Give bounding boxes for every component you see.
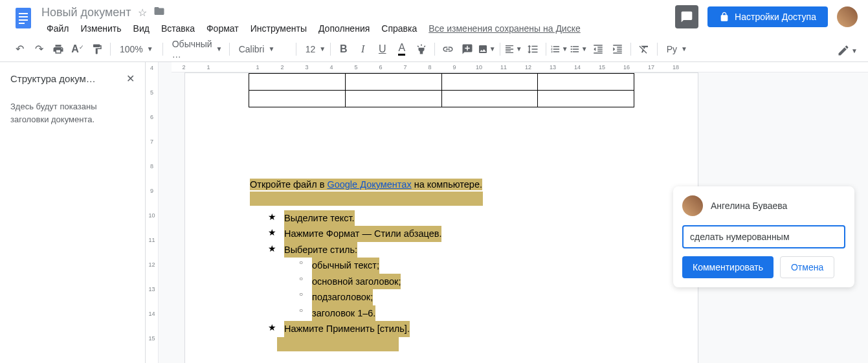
increase-indent-button[interactable] xyxy=(608,40,627,58)
outline-title: Структура докум… xyxy=(10,73,96,84)
comment-input[interactable] xyxy=(682,225,845,248)
comment-submit-button[interactable]: Комментировать xyxy=(682,256,773,278)
svg-rect-2 xyxy=(19,16,28,17)
saved-status[interactable]: Все изменения сохранены на Диске xyxy=(428,23,581,34)
document-content[interactable]: Откройте файл в Google Документах на ком… xyxy=(250,177,698,355)
numbered-list-button[interactable]: ▼ xyxy=(550,40,568,58)
table-row xyxy=(249,91,634,107)
google-docs-link[interactable]: Google Документах xyxy=(327,179,411,190)
print-button[interactable] xyxy=(49,40,67,58)
outline-hint: Здесь будут показаны заголовки документа… xyxy=(10,100,135,126)
list-item: обычный текст; xyxy=(312,258,379,273)
italic-button[interactable]: I xyxy=(354,40,372,58)
close-outline-button[interactable]: ✕ xyxy=(126,72,135,85)
menu-insert[interactable]: Вставка xyxy=(156,21,200,36)
open-comments-button[interactable] xyxy=(675,5,698,28)
circle-bullet-icon: ○ xyxy=(299,289,303,300)
menu-format[interactable]: Формат xyxy=(201,21,244,36)
bold-button[interactable]: B xyxy=(335,40,353,58)
star-bullet-icon: ★ xyxy=(268,321,276,335)
comment-avatar xyxy=(682,195,703,216)
menubar: Файл Изменить Вид Вставка Формат Инструм… xyxy=(41,21,675,36)
document-table[interactable] xyxy=(249,73,634,107)
input-tools-button[interactable]: Ру▼ xyxy=(662,41,693,57)
circle-bullet-icon: ○ xyxy=(299,305,303,316)
line-spacing-button[interactable] xyxy=(524,40,542,58)
comment-card: Ангелина Буваева Комментировать Отмена xyxy=(673,186,854,287)
svg-rect-1 xyxy=(19,13,28,14)
comment-author: Ангелина Буваева xyxy=(711,201,787,211)
star-bullet-icon: ★ xyxy=(268,242,276,256)
star-bullet-icon: ★ xyxy=(268,210,276,225)
list-item: Выделите текст. xyxy=(284,210,355,226)
decrease-indent-button[interactable] xyxy=(589,40,607,58)
redo-button[interactable]: ↷ xyxy=(30,40,48,58)
spellcheck-button[interactable]: A✓ xyxy=(69,40,87,58)
clear-format-button[interactable] xyxy=(635,40,653,58)
list-item: Нажмите Формат — Стили абзацев. xyxy=(284,226,441,241)
font-size-select[interactable]: 12▼ xyxy=(300,41,326,57)
folder-icon[interactable] xyxy=(153,5,165,19)
share-button[interactable]: Настройки Доступа xyxy=(707,6,828,27)
circle-bullet-icon: ○ xyxy=(299,274,303,284)
edit-mode-button[interactable]: ▼ xyxy=(837,40,858,61)
svg-rect-0 xyxy=(16,8,31,28)
align-button[interactable]: ▼ xyxy=(504,40,522,58)
share-label: Настройки Доступа xyxy=(735,12,816,22)
docs-logo[interactable] xyxy=(10,5,36,31)
zoom-select[interactable]: 100%▼ xyxy=(115,41,159,57)
circle-bullet-icon: ○ xyxy=(299,258,303,268)
page[interactable]: Откройте файл в Google Документах на ком… xyxy=(184,72,698,363)
highlight-button[interactable] xyxy=(412,40,430,58)
vertical-ruler[interactable]: 456789101112131415 xyxy=(146,62,159,363)
horizontal-ruler[interactable]: 21123456789101112131415161718 xyxy=(172,62,868,72)
toolbar: ↶ ↷ A✓ 100%▼ Обычный …▼ Calibri▼ 12▼ B I… xyxy=(0,36,868,62)
list-item: заголовок 1–6. xyxy=(312,305,375,321)
list-item: подзаголовок; xyxy=(312,289,373,305)
star-bullet-icon: ★ xyxy=(268,226,276,240)
style-select[interactable]: Обычный …▼ xyxy=(167,36,225,62)
menu-addons[interactable]: Дополнения xyxy=(313,21,375,36)
menu-help[interactable]: Справка xyxy=(376,21,422,36)
table-row xyxy=(249,74,634,91)
menu-edit[interactable]: Изменить xyxy=(75,21,126,36)
font-select[interactable]: Calibri▼ xyxy=(234,41,292,57)
link-button[interactable] xyxy=(439,40,457,58)
menu-file[interactable]: Файл xyxy=(41,21,74,36)
text-color-button[interactable]: A xyxy=(393,40,411,58)
menu-view[interactable]: Вид xyxy=(128,21,155,36)
paint-format-button[interactable] xyxy=(88,40,106,58)
svg-rect-3 xyxy=(19,19,28,21)
menu-tools[interactable]: Инструменты xyxy=(245,21,312,36)
bulleted-list-button[interactable]: ▼ xyxy=(570,40,588,58)
insert-image-button[interactable]: ▼ xyxy=(478,40,496,58)
doc-title[interactable]: Новый документ xyxy=(41,6,131,19)
add-comment-button[interactable] xyxy=(458,40,476,58)
list-item: основной заголовок; xyxy=(312,274,401,289)
list-item: Выберите стиль: xyxy=(284,242,357,258)
star-icon[interactable]: ☆ xyxy=(138,6,147,19)
underline-button[interactable]: U xyxy=(373,40,392,58)
outline-panel: Структура докум… ✕ Здесь будут показаны … xyxy=(0,62,146,363)
undo-button[interactable]: ↶ xyxy=(10,40,28,58)
list-item: Нажмите Применить [стиль]. xyxy=(284,321,410,336)
comment-cancel-button[interactable]: Отмена xyxy=(780,256,834,278)
svg-rect-4 xyxy=(19,23,25,24)
user-avatar[interactable] xyxy=(837,6,858,27)
